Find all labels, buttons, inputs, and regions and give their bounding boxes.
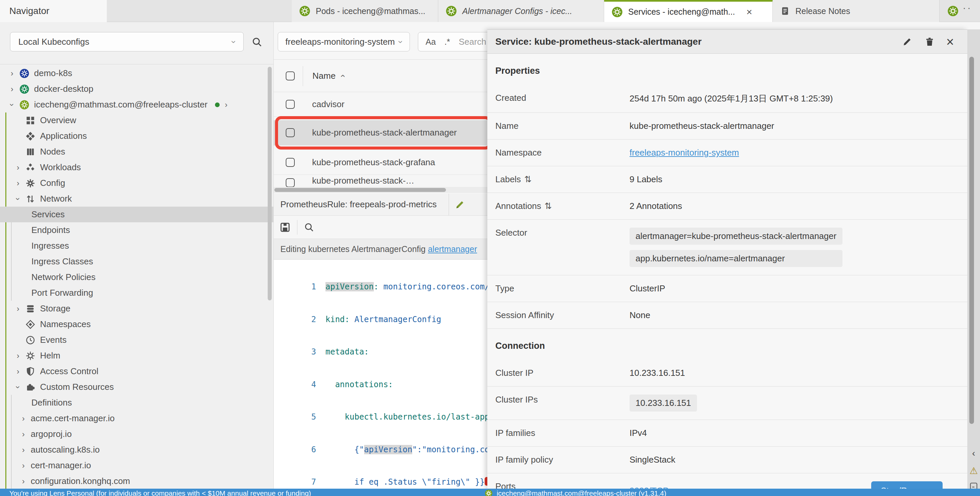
sidebar-item-endpoints[interactable]: Endpoints: [0, 222, 274, 238]
row-checkbox[interactable]: [286, 100, 295, 109]
sidebar-item-access-control[interactable]: › Access Control: [0, 364, 274, 379]
sidebar-item-ingresses[interactable]: Ingresses: [0, 238, 274, 254]
sidebar-item-definitions[interactable]: Definitions: [0, 395, 274, 410]
sidebar-item-network[interactable]: › Network: [0, 191, 274, 207]
chevron-down-icon[interactable]: ›: [7, 101, 17, 109]
property-row-ip-families: IP families IPv4: [487, 420, 967, 447]
sidebar-item-ingress-classes[interactable]: Ingress Classes: [0, 254, 274, 269]
property-row-ports: Ports 9093/TCP Stop/Remove 8080:reloader…: [487, 473, 967, 489]
sidebar-item-services[interactable]: Services: [0, 207, 274, 222]
chevron-down-icon[interactable]: ›: [13, 383, 23, 391]
search-icon[interactable]: [304, 222, 315, 233]
service-details-drawer: Service: kube-prometheus-stack-alertmana…: [487, 29, 967, 489]
sidebar-item-cert-manager-io[interactable]: › cert-manager.io: [0, 458, 274, 473]
row-checkbox[interactable]: [286, 178, 295, 187]
network-arrows-icon: [25, 194, 35, 204]
namespace-selector[interactable]: freeleaps-monitoring-system ›: [278, 32, 410, 51]
chevron-right-icon[interactable]: ›: [19, 445, 27, 455]
chevron-right-icon[interactable]: ›: [14, 163, 22, 172]
license-notice: You're using Lens Personal (for individu…: [10, 489, 311, 496]
chevron-right-icon[interactable]: ›: [19, 429, 27, 439]
search-icon[interactable]: [251, 36, 263, 48]
property-row-namespace: Namespace freeleaps-monitoring-system: [487, 140, 967, 166]
sidebar-item-applications[interactable]: Applications: [0, 128, 274, 144]
row-checkbox[interactable]: [286, 158, 295, 167]
chevron-right-icon[interactable]: ›: [14, 304, 22, 313]
namespaces-icon: [25, 320, 35, 329]
delete-trash-icon[interactable]: [924, 37, 935, 47]
chevron-right-icon[interactable]: ›: [19, 414, 27, 423]
sidebar-item-namespaces[interactable]: Namespaces: [0, 316, 274, 332]
chevron-right-icon[interactable]: ›: [14, 178, 22, 188]
horizontal-scrollbar-thumb[interactable]: [274, 188, 446, 192]
sidebar-item-overview[interactable]: Overview: [0, 113, 274, 128]
namespace-link[interactable]: freeleaps-monitoring-system: [630, 148, 739, 158]
chevron-right-icon[interactable]: ›: [19, 461, 27, 470]
close-icon[interactable]: ×: [946, 35, 954, 48]
tab-alertmanager-configs[interactable]: Alertmanager Configs - icec...: [438, 0, 604, 22]
chevron-right-icon[interactable]: ›: [8, 69, 16, 78]
drawer-scrollbar[interactable]: [969, 57, 974, 424]
applications-icon: [25, 131, 35, 141]
property-row-created: Created 254d 17h 50m ago (2025年1月13日 GMT…: [487, 85, 967, 113]
edit-pencil-icon[interactable]: [902, 36, 913, 48]
match-case-toggle[interactable]: Aa: [426, 37, 436, 47]
clock-icon: [25, 335, 35, 345]
chevron-right-icon[interactable]: ›: [8, 84, 16, 94]
tab-pods[interactable]: Pods - icecheng@mathmas...: [292, 0, 438, 22]
navigator-sidebar: Local Kubeconfigs › › demo-k8s › docker-…: [0, 22, 274, 489]
sidebar-item-freeleaps-cluster[interactable]: › icecheng@mathmast.com@freeleaps-cluste…: [0, 97, 274, 113]
chevron-down-icon[interactable]: ›: [13, 195, 23, 203]
sidebar-item-configuration-konghq-com[interactable]: › configuration.konghq.com: [0, 473, 274, 489]
collapse-chevron-left-icon[interactable]: ‹: [967, 448, 980, 459]
warning-icon[interactable]: ⚠: [967, 465, 980, 476]
edit-pencil-icon[interactable]: [454, 199, 466, 210]
sidebar-item-config[interactable]: › Config: [0, 175, 274, 191]
regex-toggle[interactable]: .*: [445, 37, 450, 47]
selector-chip: alertmanager=kube-prometheus-stack-alert…: [630, 227, 843, 245]
sidebar-item-acme-cert-manager-io[interactable]: › acme.cert-manager.io: [0, 410, 274, 426]
sidebar-item-custom-resources[interactable]: › Custom Resources: [0, 379, 274, 395]
sidebar-item-argoproj-io[interactable]: › argoproj.io: [0, 426, 274, 442]
status-bar: You're using Lens Personal (for individu…: [0, 489, 980, 496]
sort-ascending-icon[interactable]: ›: [337, 75, 347, 78]
sidebar-item-demo-k8s[interactable]: › demo-k8s: [0, 65, 274, 81]
tab-services[interactable]: Services - icecheng@math... ×: [604, 0, 773, 22]
tab-bar: Navigator Pods - icecheng@mathmas... Ale…: [0, 0, 980, 22]
sidebar-item-workloads[interactable]: › Workloads: [0, 159, 274, 175]
port-entry: 9093/TCP Stop/Remove: [630, 481, 959, 489]
property-row-ip-family-policy: IP family policy SingleStack: [487, 447, 967, 473]
tab-release-notes[interactable]: Release Notes: [773, 0, 940, 22]
chevron-right-icon[interactable]: ›: [225, 100, 228, 110]
close-tab-icon[interactable]: ×: [746, 6, 752, 18]
chevron-right-icon[interactable]: ›: [14, 351, 22, 361]
select-all-checkbox[interactable]: [286, 72, 295, 80]
property-row-type: Type ClusterIP: [487, 275, 967, 302]
sidebar-item-storage[interactable]: › Storage: [0, 301, 274, 316]
sidebar-item-nodes[interactable]: Nodes: [0, 144, 274, 159]
sidebar-item-network-policies[interactable]: Network Policies: [0, 269, 274, 285]
sidebar-item-helm[interactable]: › Helm: [0, 348, 274, 364]
sidebar-item-autoscaling-k8s-io[interactable]: › autoscaling.k8s.io: [0, 442, 274, 458]
active-cluster-status[interactable]: icecheng@mathmast.com@freeleaps-cluster …: [497, 489, 666, 496]
sidebar-scrollbar[interactable]: [268, 67, 272, 300]
navigator-panel-title: Navigator: [0, 0, 107, 22]
expand-sort-icon[interactable]: ⇅: [524, 174, 532, 184]
chevron-right-icon[interactable]: ›: [19, 477, 27, 486]
tab-label: Pods - icecheng@mathmas...: [316, 6, 425, 16]
stop-remove-button[interactable]: Stop/Remove: [871, 481, 943, 489]
expand-sort-icon[interactable]: ⇅: [544, 201, 552, 211]
kubeconfig-selector[interactable]: Local Kubeconfigs ›: [10, 32, 243, 51]
tab-label: Release Notes: [795, 6, 850, 16]
sidebar-item-port-forwarding[interactable]: Port Forwarding: [0, 285, 274, 301]
save-icon[interactable]: [279, 221, 291, 233]
sidebar-item-docker-desktop[interactable]: › docker-desktop: [0, 81, 274, 97]
sidebar-item-events[interactable]: Events: [0, 332, 274, 348]
column-header-name[interactable]: Name: [312, 71, 336, 81]
dock-tab-title[interactable]: PrometheusRule: freepeals-prod-metrics: [280, 199, 437, 210]
chevron-down-icon: ›: [229, 40, 239, 43]
resource-link[interactable]: alertmanager: [428, 244, 477, 254]
helm-icon: [25, 351, 35, 361]
gear-icon: [25, 178, 35, 188]
chevron-right-icon[interactable]: ›: [14, 367, 22, 376]
